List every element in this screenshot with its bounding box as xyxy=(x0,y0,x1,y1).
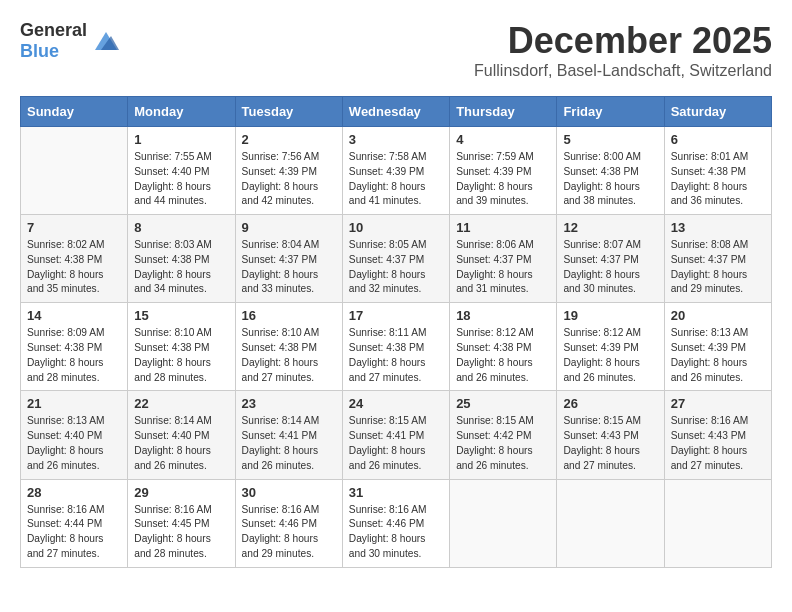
logo-text: General Blue xyxy=(20,20,87,62)
calendar-day-cell xyxy=(664,479,771,567)
day-number: 22 xyxy=(134,396,228,411)
day-number: 15 xyxy=(134,308,228,323)
calendar-day-cell: 9Sunrise: 8:04 AM Sunset: 4:37 PM Daylig… xyxy=(235,215,342,303)
calendar-day-cell: 30Sunrise: 8:16 AM Sunset: 4:46 PM Dayli… xyxy=(235,479,342,567)
day-info: Sunrise: 7:56 AM Sunset: 4:39 PM Dayligh… xyxy=(242,150,336,209)
day-info: Sunrise: 8:10 AM Sunset: 4:38 PM Dayligh… xyxy=(134,326,228,385)
day-number: 20 xyxy=(671,308,765,323)
day-number: 30 xyxy=(242,485,336,500)
weekday-header-cell: Wednesday xyxy=(342,97,449,127)
calendar-day-cell: 17Sunrise: 8:11 AM Sunset: 4:38 PM Dayli… xyxy=(342,303,449,391)
day-number: 21 xyxy=(27,396,121,411)
calendar-day-cell: 25Sunrise: 8:15 AM Sunset: 4:42 PM Dayli… xyxy=(450,391,557,479)
calendar-day-cell: 31Sunrise: 8:16 AM Sunset: 4:46 PM Dayli… xyxy=(342,479,449,567)
calendar-day-cell: 18Sunrise: 8:12 AM Sunset: 4:38 PM Dayli… xyxy=(450,303,557,391)
page-header: General Blue December 2025 Fullinsdorf, … xyxy=(20,20,772,80)
day-info: Sunrise: 8:06 AM Sunset: 4:37 PM Dayligh… xyxy=(456,238,550,297)
calendar-day-cell: 15Sunrise: 8:10 AM Sunset: 4:38 PM Dayli… xyxy=(128,303,235,391)
logo: General Blue xyxy=(20,20,121,62)
day-info: Sunrise: 7:55 AM Sunset: 4:40 PM Dayligh… xyxy=(134,150,228,209)
calendar-day-cell: 1Sunrise: 7:55 AM Sunset: 4:40 PM Daylig… xyxy=(128,127,235,215)
calendar-body: 1Sunrise: 7:55 AM Sunset: 4:40 PM Daylig… xyxy=(21,127,772,568)
calendar-day-cell xyxy=(557,479,664,567)
day-number: 7 xyxy=(27,220,121,235)
calendar-table: SundayMondayTuesdayWednesdayThursdayFrid… xyxy=(20,96,772,568)
weekday-header-cell: Thursday xyxy=(450,97,557,127)
day-number: 8 xyxy=(134,220,228,235)
day-number: 13 xyxy=(671,220,765,235)
calendar-day-cell: 10Sunrise: 8:05 AM Sunset: 4:37 PM Dayli… xyxy=(342,215,449,303)
logo-icon xyxy=(91,28,121,54)
day-number: 29 xyxy=(134,485,228,500)
month-title: December 2025 xyxy=(474,20,772,62)
calendar-week-row: 1Sunrise: 7:55 AM Sunset: 4:40 PM Daylig… xyxy=(21,127,772,215)
weekday-header-cell: Tuesday xyxy=(235,97,342,127)
day-info: Sunrise: 8:12 AM Sunset: 4:39 PM Dayligh… xyxy=(563,326,657,385)
calendar-day-cell: 7Sunrise: 8:02 AM Sunset: 4:38 PM Daylig… xyxy=(21,215,128,303)
day-number: 26 xyxy=(563,396,657,411)
day-info: Sunrise: 8:13 AM Sunset: 4:40 PM Dayligh… xyxy=(27,414,121,473)
calendar-day-cell: 20Sunrise: 8:13 AM Sunset: 4:39 PM Dayli… xyxy=(664,303,771,391)
day-info: Sunrise: 8:10 AM Sunset: 4:38 PM Dayligh… xyxy=(242,326,336,385)
location-title: Fullinsdorf, Basel-Landschaft, Switzerla… xyxy=(474,62,772,80)
day-info: Sunrise: 8:05 AM Sunset: 4:37 PM Dayligh… xyxy=(349,238,443,297)
calendar-day-cell: 26Sunrise: 8:15 AM Sunset: 4:43 PM Dayli… xyxy=(557,391,664,479)
day-info: Sunrise: 7:58 AM Sunset: 4:39 PM Dayligh… xyxy=(349,150,443,209)
calendar-day-cell: 14Sunrise: 8:09 AM Sunset: 4:38 PM Dayli… xyxy=(21,303,128,391)
day-info: Sunrise: 8:07 AM Sunset: 4:37 PM Dayligh… xyxy=(563,238,657,297)
day-info: Sunrise: 8:16 AM Sunset: 4:46 PM Dayligh… xyxy=(349,503,443,562)
day-number: 25 xyxy=(456,396,550,411)
day-info: Sunrise: 8:14 AM Sunset: 4:40 PM Dayligh… xyxy=(134,414,228,473)
day-info: Sunrise: 8:00 AM Sunset: 4:38 PM Dayligh… xyxy=(563,150,657,209)
weekday-header-row: SundayMondayTuesdayWednesdayThursdayFrid… xyxy=(21,97,772,127)
calendar-day-cell: 28Sunrise: 8:16 AM Sunset: 4:44 PM Dayli… xyxy=(21,479,128,567)
day-number: 5 xyxy=(563,132,657,147)
weekday-header-cell: Monday xyxy=(128,97,235,127)
day-number: 17 xyxy=(349,308,443,323)
calendar-day-cell: 5Sunrise: 8:00 AM Sunset: 4:38 PM Daylig… xyxy=(557,127,664,215)
calendar-day-cell: 16Sunrise: 8:10 AM Sunset: 4:38 PM Dayli… xyxy=(235,303,342,391)
calendar-day-cell: 29Sunrise: 8:16 AM Sunset: 4:45 PM Dayli… xyxy=(128,479,235,567)
day-info: Sunrise: 8:14 AM Sunset: 4:41 PM Dayligh… xyxy=(242,414,336,473)
day-number: 2 xyxy=(242,132,336,147)
day-number: 16 xyxy=(242,308,336,323)
day-number: 28 xyxy=(27,485,121,500)
calendar-day-cell: 27Sunrise: 8:16 AM Sunset: 4:43 PM Dayli… xyxy=(664,391,771,479)
day-info: Sunrise: 8:15 AM Sunset: 4:42 PM Dayligh… xyxy=(456,414,550,473)
day-number: 1 xyxy=(134,132,228,147)
day-info: Sunrise: 8:08 AM Sunset: 4:37 PM Dayligh… xyxy=(671,238,765,297)
day-number: 18 xyxy=(456,308,550,323)
day-info: Sunrise: 8:09 AM Sunset: 4:38 PM Dayligh… xyxy=(27,326,121,385)
day-number: 6 xyxy=(671,132,765,147)
calendar-day-cell: 24Sunrise: 8:15 AM Sunset: 4:41 PM Dayli… xyxy=(342,391,449,479)
calendar-day-cell: 4Sunrise: 7:59 AM Sunset: 4:39 PM Daylig… xyxy=(450,127,557,215)
day-info: Sunrise: 8:15 AM Sunset: 4:41 PM Dayligh… xyxy=(349,414,443,473)
day-info: Sunrise: 8:01 AM Sunset: 4:38 PM Dayligh… xyxy=(671,150,765,209)
weekday-header-cell: Saturday xyxy=(664,97,771,127)
day-info: Sunrise: 8:02 AM Sunset: 4:38 PM Dayligh… xyxy=(27,238,121,297)
calendar-day-cell xyxy=(21,127,128,215)
day-number: 10 xyxy=(349,220,443,235)
title-area: December 2025 Fullinsdorf, Basel-Landsch… xyxy=(474,20,772,80)
weekday-header-cell: Friday xyxy=(557,97,664,127)
day-number: 3 xyxy=(349,132,443,147)
day-info: Sunrise: 8:13 AM Sunset: 4:39 PM Dayligh… xyxy=(671,326,765,385)
day-info: Sunrise: 8:04 AM Sunset: 4:37 PM Dayligh… xyxy=(242,238,336,297)
day-number: 23 xyxy=(242,396,336,411)
calendar-week-row: 7Sunrise: 8:02 AM Sunset: 4:38 PM Daylig… xyxy=(21,215,772,303)
weekday-header-cell: Sunday xyxy=(21,97,128,127)
calendar-week-row: 28Sunrise: 8:16 AM Sunset: 4:44 PM Dayli… xyxy=(21,479,772,567)
day-info: Sunrise: 8:11 AM Sunset: 4:38 PM Dayligh… xyxy=(349,326,443,385)
calendar-day-cell: 22Sunrise: 8:14 AM Sunset: 4:40 PM Dayli… xyxy=(128,391,235,479)
day-info: Sunrise: 8:15 AM Sunset: 4:43 PM Dayligh… xyxy=(563,414,657,473)
calendar-day-cell: 12Sunrise: 8:07 AM Sunset: 4:37 PM Dayli… xyxy=(557,215,664,303)
day-number: 4 xyxy=(456,132,550,147)
day-info: Sunrise: 8:16 AM Sunset: 4:43 PM Dayligh… xyxy=(671,414,765,473)
calendar-day-cell: 19Sunrise: 8:12 AM Sunset: 4:39 PM Dayli… xyxy=(557,303,664,391)
day-info: Sunrise: 7:59 AM Sunset: 4:39 PM Dayligh… xyxy=(456,150,550,209)
day-number: 19 xyxy=(563,308,657,323)
calendar-day-cell: 2Sunrise: 7:56 AM Sunset: 4:39 PM Daylig… xyxy=(235,127,342,215)
day-number: 24 xyxy=(349,396,443,411)
calendar-day-cell: 23Sunrise: 8:14 AM Sunset: 4:41 PM Dayli… xyxy=(235,391,342,479)
calendar-day-cell: 8Sunrise: 8:03 AM Sunset: 4:38 PM Daylig… xyxy=(128,215,235,303)
